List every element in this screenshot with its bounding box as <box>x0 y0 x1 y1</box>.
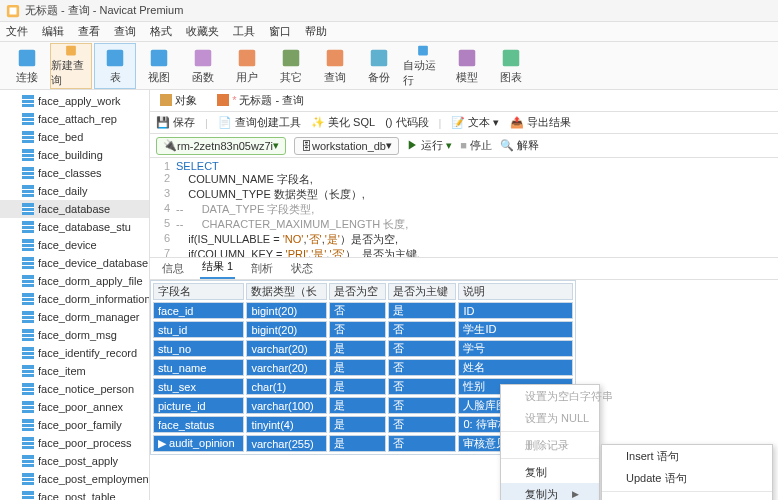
table-item[interactable]: face_poor_family <box>0 416 149 434</box>
column-header[interactable]: 数据类型（长 <box>246 283 326 300</box>
table-row[interactable]: face_idbigint(20)否是ID <box>153 302 573 319</box>
run-button[interactable]: ▶ 运行 ▾ <box>407 138 452 153</box>
toolbar-图表[interactable]: 图表 <box>490 43 532 89</box>
table-item[interactable]: face_bed <box>0 128 149 146</box>
toolbar-视图[interactable]: 视图 <box>138 43 180 89</box>
svg-rect-63 <box>22 387 34 388</box>
svg-rect-48 <box>22 297 34 298</box>
column-header[interactable]: 是否为主键 <box>388 283 457 300</box>
table-item[interactable]: face_post_table <box>0 488 149 500</box>
menu-格式[interactable]: 格式 <box>150 24 172 39</box>
query-builder-button[interactable]: 📄 查询创建工具 <box>218 115 301 130</box>
beautify-sql-button[interactable]: ✨ 美化 SQL <box>311 115 375 130</box>
table-item[interactable]: face_daily <box>0 182 149 200</box>
toolbar-连接[interactable]: 连接 <box>6 43 48 89</box>
table-item[interactable]: face_device <box>0 236 149 254</box>
toolbar-新建查询[interactable]: 新建查询 <box>50 43 92 89</box>
table-icon <box>22 455 34 467</box>
main-toolbar: 连接新建查询表视图函数用户其它查询备份自动运行模型图表 <box>0 42 778 90</box>
table-item[interactable]: face_apply_work <box>0 92 149 110</box>
column-header[interactable]: 说明 <box>458 283 573 300</box>
context-submenu[interactable]: Insert 语句 Update 语句 制表符分隔值（数据） 制表符分隔值（字段… <box>601 444 773 500</box>
table-item[interactable]: face_identify_record <box>0 344 149 362</box>
connection-select[interactable]: 🔌 rm-2zetn83n05wz7i ▾ <box>156 137 286 155</box>
ctx-copy[interactable]: 复制 <box>501 461 599 483</box>
ctx-copy-as[interactable]: 复制为▶ <box>501 483 599 500</box>
save-button[interactable]: 💾 保存 <box>156 115 195 130</box>
toolbar-查询[interactable]: 查询 <box>314 43 356 89</box>
toolbar-其它[interactable]: 其它 <box>270 43 312 89</box>
tab-status[interactable]: 状态 <box>289 258 315 279</box>
svg-rect-75 <box>22 459 34 460</box>
svg-rect-55 <box>22 337 34 338</box>
svg-rect-67 <box>22 409 34 410</box>
table-item[interactable]: face_post_apply <box>0 452 149 470</box>
toolbar-函数[interactable]: 函数 <box>182 43 224 89</box>
menu-文件[interactable]: 文件 <box>6 24 28 39</box>
table-item[interactable]: face_post_employment <box>0 470 149 488</box>
database-select[interactable]: 🗄 workstation_db ▾ <box>294 137 399 155</box>
table-icon <box>22 95 34 107</box>
export-button[interactable]: 📤 导出结果 <box>510 115 571 130</box>
tab-objects[interactable]: 对象 <box>156 90 201 111</box>
svg-rect-46 <box>22 283 34 284</box>
table-item[interactable]: face_dorm_apply_file <box>0 272 149 290</box>
table-item[interactable]: face_database <box>0 200 149 218</box>
table-icon <box>22 167 34 179</box>
menu-查询[interactable]: 查询 <box>114 24 136 39</box>
menu-帮助[interactable]: 帮助 <box>305 24 327 39</box>
table-row[interactable]: stu_namevarchar(20)是否姓名 <box>153 359 573 376</box>
text-button[interactable]: 📝 文本 ▾ <box>451 115 499 130</box>
toolbar-用户[interactable]: 用户 <box>226 43 268 89</box>
context-menu[interactable]: 设置为空白字符串 设置为 NULL 删除记录 复制 复制为▶ 粘贴 显示▶ <box>500 384 600 500</box>
table-item[interactable]: face_poor_annex <box>0 398 149 416</box>
column-header[interactable]: 是否为空 <box>329 283 386 300</box>
svg-rect-72 <box>22 441 34 442</box>
menu-查看[interactable]: 查看 <box>78 24 100 39</box>
svg-rect-16 <box>22 103 34 104</box>
ctx-update[interactable]: Update 语句 <box>602 467 772 489</box>
sql-editor[interactable]: 1SELECT2 COLUMN_NAME 字段名,3 COLUMN_TYPE 数… <box>150 158 778 258</box>
table-icon <box>22 383 34 395</box>
toolbar-备份[interactable]: 备份 <box>358 43 400 89</box>
sidebar[interactable]: face_apply_workface_attach_repface_bedfa… <box>0 90 150 500</box>
table-item[interactable]: face_dorm_msg <box>0 326 149 344</box>
tab-result1[interactable]: 结果 1 <box>200 256 235 279</box>
table-item[interactable]: face_poor_process <box>0 434 149 452</box>
ctx-insert[interactable]: Insert 语句 <box>602 445 772 467</box>
menu-编辑[interactable]: 编辑 <box>42 24 64 39</box>
svg-rect-78 <box>22 477 34 478</box>
tab-info[interactable]: 信息 <box>160 258 186 279</box>
svg-rect-20 <box>22 131 34 143</box>
explain-button[interactable]: 🔍 解释 <box>500 138 539 153</box>
column-header[interactable]: 字段名 <box>153 283 244 300</box>
toolbar-自动运行[interactable]: 自动运行 <box>402 43 444 89</box>
table-item[interactable]: face_database_stu <box>0 218 149 236</box>
svg-rect-5 <box>151 49 168 66</box>
svg-rect-57 <box>22 351 34 352</box>
toolbar-表[interactable]: 表 <box>94 43 136 89</box>
menu-工具[interactable]: 工具 <box>233 24 255 39</box>
table-item[interactable]: face_device_database <box>0 254 149 272</box>
table-item[interactable]: face_item <box>0 362 149 380</box>
table-item[interactable]: face_building <box>0 146 149 164</box>
table-item[interactable]: face_dorm_information <box>0 290 149 308</box>
table-row[interactable]: stu_novarchar(20)是否学号 <box>153 340 573 357</box>
tab-profile[interactable]: 剖析 <box>249 258 275 279</box>
editor-toolbar: 💾 保存 | 📄 查询创建工具 ✨ 美化 SQL () 代码段 | 📝 文本 ▾… <box>150 112 778 134</box>
svg-rect-7 <box>239 49 256 66</box>
menu-窗口[interactable]: 窗口 <box>269 24 291 39</box>
table-item[interactable]: face_dorm_manager <box>0 308 149 326</box>
tab-query[interactable]: * 无标题 - 查询 <box>213 90 308 111</box>
table-item[interactable]: face_attach_rep <box>0 110 149 128</box>
ctx-tsv-data[interactable]: 制表符分隔值（数据） <box>602 494 772 500</box>
table-item[interactable]: face_classes <box>0 164 149 182</box>
table-icon <box>22 401 34 413</box>
table-row[interactable]: stu_idbigint(20)否否学生ID <box>153 321 573 338</box>
table-icon <box>22 473 34 485</box>
menu-收藏夹[interactable]: 收藏夹 <box>186 24 219 39</box>
code-snippet-button[interactable]: () 代码段 <box>385 115 428 130</box>
toolbar-模型[interactable]: 模型 <box>446 43 488 89</box>
svg-rect-74 <box>22 455 34 467</box>
table-item[interactable]: face_notice_person <box>0 380 149 398</box>
